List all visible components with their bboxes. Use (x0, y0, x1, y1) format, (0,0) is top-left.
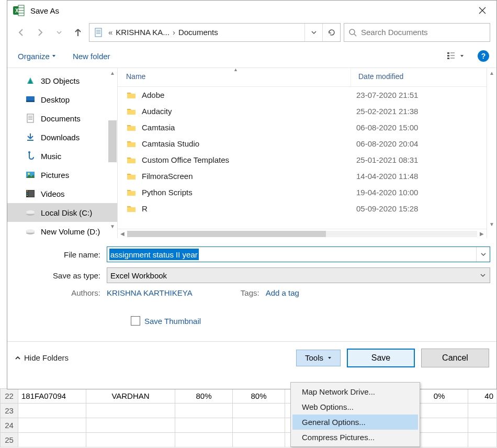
breadcrumb-part[interactable]: Documents (175, 24, 221, 41)
authors-label: Authors: (20, 288, 107, 297)
sidebar-item[interactable]: Pictures (7, 165, 117, 184)
svg-rect-12 (447, 52, 449, 54)
scroll-up-icon[interactable]: ▲ (487, 68, 496, 77)
address-bar[interactable]: « KRISHNA KA... › Documents (89, 23, 341, 42)
sidebar-item-label: Downloads (41, 133, 80, 142)
breadcrumb-prefix[interactable]: « (108, 24, 112, 41)
horizontal-scrollbar[interactable]: ◀ ▶ (118, 229, 487, 238)
search-icon (348, 28, 357, 37)
file-date: 06-08-2020 20:04 (356, 139, 418, 148)
file-name-dropdown[interactable] (476, 247, 490, 262)
file-row[interactable]: Audacity25-02-2021 21:38 (118, 103, 487, 119)
folder-icon (126, 90, 137, 100)
up-button[interactable] (70, 25, 86, 40)
sidebar-item[interactable]: Videos (7, 184, 117, 203)
sheet-row[interactable]: 23 (1, 404, 497, 418)
file-name: Audacity (142, 107, 356, 116)
sidebar-item[interactable]: Documents (7, 109, 117, 128)
sidebar-scrollbar[interactable]: ▲ ▼ (108, 68, 117, 231)
file-row[interactable]: Custom Office Templates25-01-2021 08:31 (118, 152, 487, 168)
chevron-up-icon (15, 355, 21, 361)
spreadsheet-grid[interactable]: 22 181FA07094 VARDHAN 80% 80% 0% 40 23 2… (0, 388, 497, 447)
cell[interactable]: 40 (468, 389, 497, 404)
sidebar-item-label: Documents (41, 114, 81, 123)
scroll-left-icon[interactable]: ◀ (118, 231, 127, 237)
file-row[interactable]: Python Scripts19-04-2020 10:00 (118, 184, 487, 200)
file-row[interactable]: Adobe23-07-2020 21:51 (118, 87, 487, 103)
hide-folders-button[interactable]: Hide Folders (15, 353, 69, 362)
new-folder-button[interactable]: New folder (70, 50, 114, 63)
sidebar-item-icon (25, 94, 36, 105)
file-row[interactable]: Camtasia Studio06-08-2020 20:04 (118, 136, 487, 152)
column-date-header[interactable]: Date modified (351, 68, 487, 86)
search-input[interactable] (361, 28, 485, 37)
forward-button[interactable] (32, 25, 48, 40)
sidebar-item-label: New Volume (D:) (41, 227, 100, 236)
sheet-row[interactable]: 22 181FA07094 VARDHAN 80% 80% 0% 40 (1, 389, 497, 404)
row-header[interactable]: 23 (1, 404, 18, 418)
fields-area: File name: assignment status II year Sav… (7, 238, 496, 326)
tags-input[interactable]: Add a tag (266, 288, 299, 297)
sidebar-item-label: 3D Objects (41, 76, 80, 85)
file-row[interactable]: R05-09-2020 15:28 (118, 200, 487, 217)
sidebar: 3D ObjectsDesktopDocumentsDownloadsMusic… (7, 68, 117, 238)
organize-button[interactable]: Organize (15, 50, 59, 63)
tools-menu-item[interactable]: Web Options... (292, 399, 418, 415)
back-button[interactable] (14, 25, 29, 40)
view-button[interactable] (444, 50, 467, 62)
file-row[interactable]: FilmoraScreen14-04-2020 11:48 (118, 168, 487, 184)
sidebar-item[interactable]: New Volume (D:) (7, 222, 117, 241)
sidebar-item[interactable]: 3D Objects (7, 71, 117, 90)
sidebar-item[interactable]: Local Disk (C:) (7, 203, 117, 222)
tools-menu-item[interactable]: Compress Pictures... (292, 430, 418, 445)
save-thumbnail-label[interactable]: Save Thumbnail (144, 317, 201, 326)
search-box[interactable] (344, 23, 490, 42)
breadcrumb-part[interactable]: KRISHNA KA... (112, 24, 173, 41)
sidebar-item[interactable]: Desktop (7, 90, 117, 109)
tools-button[interactable]: Tools (296, 350, 341, 366)
sidebar-item[interactable]: Music (7, 147, 117, 165)
cell[interactable]: 80% (175, 389, 233, 404)
row-header[interactable]: 25 (1, 433, 18, 447)
scroll-track[interactable] (127, 231, 477, 237)
authors-value[interactable]: KRISHNA KARTHIKEYA (107, 288, 193, 297)
file-name: FilmoraScreen (142, 172, 356, 181)
sheet-row[interactable]: 25 (1, 433, 497, 447)
scroll-down-icon[interactable]: ▼ (487, 219, 496, 229)
sidebar-item[interactable]: Downloads (7, 128, 117, 147)
file-name-input[interactable]: assignment status II year (107, 247, 490, 262)
address-dropdown[interactable] (304, 24, 322, 41)
scroll-up-icon[interactable]: ▲ (108, 68, 117, 77)
scroll-thumb[interactable] (108, 120, 117, 162)
file-name-value[interactable]: assignment status II year (109, 249, 199, 260)
cancel-button[interactable]: Cancel (421, 349, 489, 367)
scroll-down-icon[interactable]: ▼ (108, 221, 117, 231)
tools-menu-item[interactable]: Map Network Drive... (292, 384, 418, 399)
row-header[interactable]: 24 (1, 418, 18, 433)
file-row[interactable]: Camtasia06-08-2020 15:00 (118, 119, 487, 136)
refresh-button[interactable] (322, 24, 340, 41)
tools-menu-item[interactable]: General Options... (292, 415, 418, 430)
scroll-thumb[interactable] (127, 231, 326, 237)
sheet-row[interactable]: 24 (1, 418, 497, 433)
save-button[interactable]: Save (347, 349, 415, 367)
close-button[interactable] (470, 2, 494, 19)
scroll-right-icon[interactable]: ▶ (477, 231, 487, 237)
sidebar-item-label: Music (41, 152, 61, 161)
cell[interactable]: 80% (233, 389, 285, 404)
sort-indicator-icon: ▲ (233, 67, 238, 72)
row-header[interactable]: 22 (1, 389, 18, 404)
column-name-header[interactable]: ▲ Name (121, 68, 351, 86)
folder-icon (126, 204, 137, 214)
vertical-scrollbar[interactable]: ▲ ▼ (487, 68, 496, 238)
svg-rect-33 (27, 193, 28, 194)
save-thumbnail-checkbox[interactable] (131, 316, 140, 326)
file-name: R (142, 204, 356, 213)
recent-dropdown[interactable] (51, 25, 67, 40)
help-button[interactable]: ? (478, 50, 489, 62)
type-dropdown-icon[interactable] (476, 268, 490, 283)
save-as-type-select[interactable]: Excel Workbook (107, 267, 490, 283)
cell[interactable]: 181FA07094 (18, 389, 86, 404)
sidebar-item-icon (25, 151, 36, 161)
cell[interactable]: VARDHAN (86, 389, 175, 404)
